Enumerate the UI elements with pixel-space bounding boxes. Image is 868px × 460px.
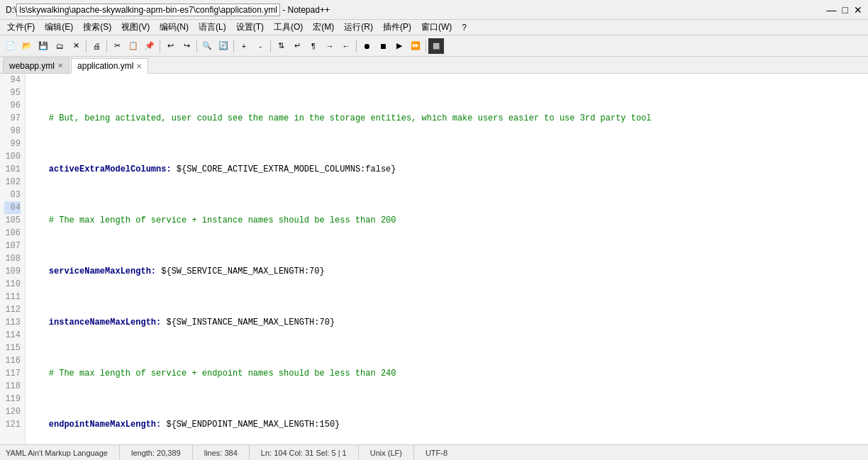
code-line-96: # The max length of service + instance n… (28, 214, 865, 227)
macro-play-button[interactable]: ▶ (391, 38, 407, 54)
menu-window[interactable]: 窗口(W) (417, 20, 456, 35)
line-num: 100 (4, 150, 21, 163)
line-num: 110 (4, 278, 21, 291)
line-num: 105 (4, 214, 21, 227)
menu-file[interactable]: 文件(F) (3, 20, 39, 35)
line-num: 106 (4, 227, 21, 240)
status-language: YAML Ain't Markup Language (6, 445, 120, 460)
menu-help[interactable]: ? (457, 21, 471, 34)
code-line-97: serviceNameMaxLength: ${SW_SERVICE_NAME_… (28, 265, 865, 278)
tab-bar: webapp.yml ✕ application.yml ✕ (0, 57, 868, 74)
tab-application[interactable]: application.yml ✕ (71, 58, 148, 74)
save-all-button[interactable]: 🗂 (52, 38, 67, 54)
indent-button[interactable]: → (322, 38, 338, 54)
replace-button[interactable]: 🔄 (216, 38, 231, 54)
tab-application-close[interactable]: ✕ (136, 62, 142, 70)
title-text: D:\ls\skywalking\apache-skywalking-apm-b… (6, 5, 330, 15)
word-wrap-button[interactable]: ↵ (289, 38, 305, 54)
save-button[interactable]: 💾 (35, 38, 51, 54)
title-bar: D:\ls\skywalking\apache-skywalking-apm-b… (0, 0, 868, 20)
toolbar-sep-5 (233, 40, 234, 52)
line-numbers: 94 95 96 97 98 99 100 101 102 03 04 105 … (0, 74, 26, 444)
line-num: 03 (4, 189, 21, 201)
maximize-button[interactable]: □ (842, 4, 848, 16)
code-line-98: instanceNameMaxLength: ${SW_INSTANCE_NAM… (28, 316, 865, 329)
code-area: 94 95 96 97 98 99 100 101 102 03 04 105 … (0, 74, 868, 444)
line-num: 97 (4, 112, 21, 125)
menu-tools[interactable]: 工具(O) (269, 20, 307, 35)
toolbar-sep-2 (106, 40, 107, 52)
code-line-99: # The max length of service + endpoint n… (28, 367, 865, 380)
menu-macro[interactable]: 宏(M) (308, 20, 338, 35)
line-num: 108 (4, 252, 21, 265)
code-content[interactable]: # But, being activated, user could see t… (26, 74, 868, 444)
status-lines-text: lines: 384 (204, 449, 238, 457)
menu-bar: 文件(F) 编辑(E) 搜索(S) 视图(V) 编码(N) 语言(L) 设置(T… (0, 20, 868, 35)
menu-search[interactable]: 搜索(S) (79, 20, 116, 35)
menu-run[interactable]: 运行(R) (340, 20, 377, 35)
menu-view[interactable]: 视图(V) (117, 20, 154, 35)
paste-button[interactable]: 📌 (142, 38, 157, 54)
status-bar: YAML Ain't Markup Language length: 20,38… (0, 444, 868, 460)
close-button[interactable]: ✕ (68, 38, 84, 54)
macro-rec-button[interactable]: ⏺ (359, 38, 374, 54)
status-position-text: Ln: 104 Col: 31 Sel: 5 | 1 (261, 449, 347, 457)
line-num: 114 (4, 329, 21, 342)
tab-webapp-close[interactable]: ✕ (57, 62, 63, 69)
title-app-name: Notepad++ (288, 5, 330, 15)
title-path-highlight: ls\skywalking\apache-skywalking-apm-bin-… (16, 4, 280, 16)
status-eol: Unix (LF) (359, 445, 414, 460)
macro-run-button[interactable]: ⏩ (408, 38, 423, 54)
line-num: 04 (4, 201, 21, 214)
undo-button[interactable]: ↩ (162, 38, 178, 54)
status-length-text: length: 20,389 (131, 449, 181, 457)
line-num: 107 (4, 240, 21, 252)
status-language-text: YAML Ain't Markup Language (6, 449, 108, 457)
menu-settings[interactable]: 设置(T) (232, 20, 268, 35)
new-button[interactable]: 📄 (3, 38, 18, 54)
line-num: 96 (4, 99, 21, 112)
code-line-100: endpointNameMaxLength: ${SW_ENDPOINT_NAM… (28, 418, 865, 431)
line-num: 102 (4, 176, 21, 189)
line-num: 101 (4, 163, 21, 176)
line-num: 116 (4, 354, 21, 367)
menu-language[interactable]: 语言(L) (194, 20, 230, 35)
code-text: instanceNameMaxLength: ${SW_INSTANCE_NAM… (28, 316, 335, 329)
line-num: 98 (4, 125, 21, 138)
line-num: 117 (4, 367, 21, 380)
all-chars-button[interactable]: ¶ (306, 38, 321, 54)
zoom-in-button[interactable]: + (236, 38, 252, 54)
line-num: 109 (4, 265, 21, 278)
line-num: 99 (4, 138, 21, 150)
window-controls[interactable]: — □ ✕ (827, 4, 862, 16)
status-encoding: UTF-8 (414, 445, 459, 460)
zoom-out-button[interactable]: - (252, 38, 268, 54)
code-text: # The max length of service + instance n… (28, 214, 396, 227)
line-num: 121 (4, 418, 21, 431)
menu-encoding[interactable]: 编码(N) (155, 20, 193, 35)
copy-button[interactable]: 📋 (126, 38, 141, 54)
toolbar-sep-1 (86, 40, 87, 52)
find-button[interactable]: 🔍 (199, 38, 215, 54)
line-num: 119 (4, 393, 21, 405)
line-num: 112 (4, 303, 21, 316)
line-num: 111 (4, 291, 21, 303)
sync-scroll-button[interactable]: ⇅ (273, 38, 289, 54)
open-button[interactable]: 📂 (19, 38, 35, 54)
close-button[interactable]: ✕ (854, 4, 862, 16)
print-button[interactable]: 🖨 (89, 38, 104, 54)
line-num: 94 (4, 74, 21, 86)
minimize-button[interactable]: — (827, 4, 837, 16)
redo-button[interactable]: ↪ (179, 38, 194, 54)
menu-plugins[interactable]: 插件(P) (379, 20, 416, 35)
menu-edit[interactable]: 编辑(E) (40, 20, 77, 35)
tab-webapp[interactable]: webapp.yml ✕ (3, 57, 69, 73)
macro-stop-button[interactable]: ⏹ (375, 38, 391, 54)
toolbar: 📄 📂 💾 🗂 ✕ 🖨 ✂ 📋 📌 ↩ ↪ 🔍 🔄 + - ⇅ ↵ ¶ → ← … (0, 35, 868, 57)
unindent-button[interactable]: ← (338, 38, 354, 54)
status-length: length: 20,389 (120, 445, 193, 460)
cut-button[interactable]: ✂ (109, 38, 125, 54)
line-num: 120 (4, 405, 21, 418)
extra-btn[interactable]: ▦ (428, 38, 444, 54)
code-line-94: # But, being activated, user could see t… (28, 112, 865, 125)
